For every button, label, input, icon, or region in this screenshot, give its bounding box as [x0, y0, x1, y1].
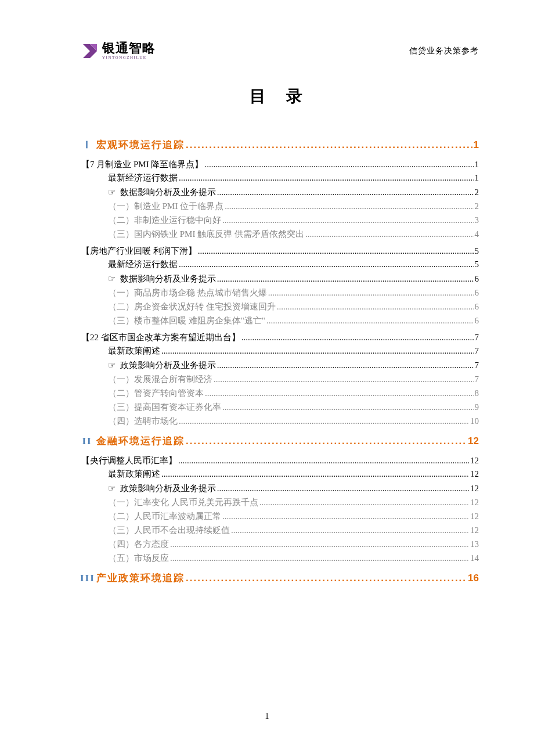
toc-page: 8	[475, 389, 479, 398]
header-subtitle: 信贷业务决策参考	[409, 46, 479, 56]
toc-label: 最新政策阐述	[108, 347, 160, 355]
toc-page: 6	[475, 303, 479, 311]
toc-entry: （三）人民币不会出现持续贬值12	[108, 526, 479, 535]
toc-entry: （二）管资产转向管资本8	[108, 389, 479, 398]
toc-label: 【房地产行业回暖 利润下滑】	[81, 247, 197, 255]
toc-label: ☞ 数据影响分析及业务提示	[108, 274, 216, 283]
toc-leader	[179, 260, 474, 269]
toc-entry: （四）各方态度13	[108, 540, 479, 549]
toc-leader	[241, 333, 474, 342]
toc-leader	[222, 216, 474, 225]
toc-entry: 【央行调整人民币汇率】12	[81, 456, 479, 465]
toc-label: 【22 省区市国企改革方案有望近期出台】	[81, 333, 240, 342]
toc-leader	[186, 436, 467, 446]
toc-page: 6	[475, 275, 479, 283]
toc-entry: II金融环境运行追踪12	[81, 436, 479, 446]
toc-entry: （三）国内钢铁业 PMI 触底反弹 供需矛盾依然突出4	[108, 230, 479, 239]
toc-label: （三）楼市整体回暖 难阻房企集体"逃亡"	[108, 316, 265, 325]
toc-page: 4	[475, 230, 479, 239]
toc-label: （三）提高国有资本证券化率	[108, 403, 221, 412]
toc-section-number: II	[80, 436, 94, 446]
toc-label: 最新政策阐述	[108, 470, 160, 478]
toc-page: 2	[475, 202, 479, 211]
toc-leader	[217, 188, 474, 197]
toc-leader	[198, 247, 474, 255]
toc-label: ☞ 政策影响分析及业务提示	[108, 361, 216, 370]
toc-entry: （一）制造业 PMI 位于临界点2	[108, 202, 479, 211]
toc-leader	[217, 484, 469, 493]
toc-page: 12	[470, 512, 479, 521]
toc-leader	[179, 174, 474, 182]
toc-entry: ☞ 数据影响分析及业务提示6	[108, 274, 479, 283]
toc-page: 1	[475, 174, 479, 182]
toc-leader	[178, 456, 469, 465]
page-number: 1	[0, 712, 534, 721]
toc-page: 5	[475, 260, 479, 269]
toc-label: （三）人民币不会出现持续贬值	[108, 526, 230, 535]
toc-leader	[266, 316, 474, 325]
toc-leader	[277, 303, 474, 311]
toc-page: 12	[468, 436, 479, 446]
toc-entry: （一）发展混合所有制经济7	[108, 375, 479, 384]
toc-page: 9	[475, 403, 479, 412]
toc-page: 14	[470, 554, 479, 563]
toc-entry: 【房地产行业回暖 利润下滑】5	[81, 247, 479, 255]
toc-entry: 【22 省区市国企改革方案有望近期出台】7	[81, 333, 479, 342]
pointer-icon: ☞	[108, 483, 116, 493]
toc-section-number: III	[80, 573, 94, 583]
toc-page: 12	[470, 498, 479, 507]
toc-page: 1	[474, 140, 479, 150]
toc-entry: ☞ 政策影响分析及业务提示7	[108, 361, 479, 370]
toc-label: （二）人民币汇率波动属正常	[108, 512, 221, 521]
toc-entry: （三）楼市整体回暖 难阻房企集体"逃亡"6	[108, 316, 479, 325]
toc-entry: 最新政策阐述7	[108, 347, 479, 355]
toc-leader	[186, 140, 472, 150]
toc-label: （二）房企资金状况好转 住宅投资增速回升	[108, 303, 276, 311]
toc-page: 12	[470, 526, 479, 535]
toc-leader	[179, 417, 469, 426]
toc-entry: 最新政策阐述12	[108, 470, 479, 478]
toc-label: （一）发展混合所有制经济	[108, 375, 212, 384]
toc-label: （一）汇率变化 人民币兑美元再跌千点	[108, 498, 258, 507]
table-of-contents: Ⅰ宏观环境运行追踪1【7 月制造业 PMI 降至临界点】1最新经济运行数据1☞ …	[81, 140, 479, 583]
toc-entry: （五）市场反应14	[108, 554, 479, 563]
toc-leader	[222, 403, 474, 412]
toc-leader	[222, 512, 469, 521]
toc-label: （五）市场反应	[108, 554, 169, 563]
toc-leader	[204, 160, 473, 169]
toc-entry: ☞ 数据影响分析及业务提示2	[108, 188, 479, 197]
toc-label: 【7 月制造业 PMI 降至临界点】	[81, 160, 203, 169]
toc-leader	[170, 540, 469, 549]
toc-label: ☞ 政策影响分析及业务提示	[108, 484, 216, 493]
toc-leader	[161, 347, 474, 355]
toc-page: 2	[475, 188, 479, 197]
toc-label: （一）制造业 PMI 位于临界点	[108, 202, 223, 211]
toc-leader	[268, 289, 474, 297]
toc-label: （三）国内钢铁业 PMI 触底反弹 供需矛盾依然突出	[108, 230, 304, 239]
page-title: 目 录	[81, 85, 479, 107]
toc-leader	[170, 554, 469, 563]
toc-page: 7	[475, 333, 479, 342]
toc-page: 3	[475, 216, 479, 225]
toc-entry: 最新经济运行数据1	[108, 174, 479, 182]
toc-leader	[161, 470, 469, 478]
toc-label: （一）商品房市场企稳 热点城市销售火爆	[108, 289, 267, 297]
pointer-icon: ☞	[108, 273, 116, 283]
toc-page: 10	[470, 417, 479, 426]
toc-entry: III产业政策环境追踪16	[81, 573, 479, 583]
toc-entry: ☞ 政策影响分析及业务提示12	[108, 484, 479, 493]
toc-label: 最新经济运行数据	[108, 174, 178, 182]
toc-leader	[305, 230, 474, 239]
toc-page: 12	[470, 456, 479, 465]
toc-label: 金融环境运行追踪	[96, 436, 185, 446]
logo-text-en: YINTONGZHILUE	[102, 56, 156, 60]
toc-entry: （四）选聘市场化10	[108, 417, 479, 426]
toc-entry: （二）非制造业运行稳中向好3	[108, 216, 479, 225]
toc-page: 7	[475, 361, 479, 370]
toc-page: 13	[470, 540, 479, 549]
toc-label: ☞ 数据影响分析及业务提示	[108, 188, 216, 197]
pointer-icon: ☞	[108, 360, 116, 370]
toc-page: 16	[468, 573, 479, 583]
toc-page: 1	[475, 160, 479, 169]
toc-leader	[217, 275, 474, 283]
